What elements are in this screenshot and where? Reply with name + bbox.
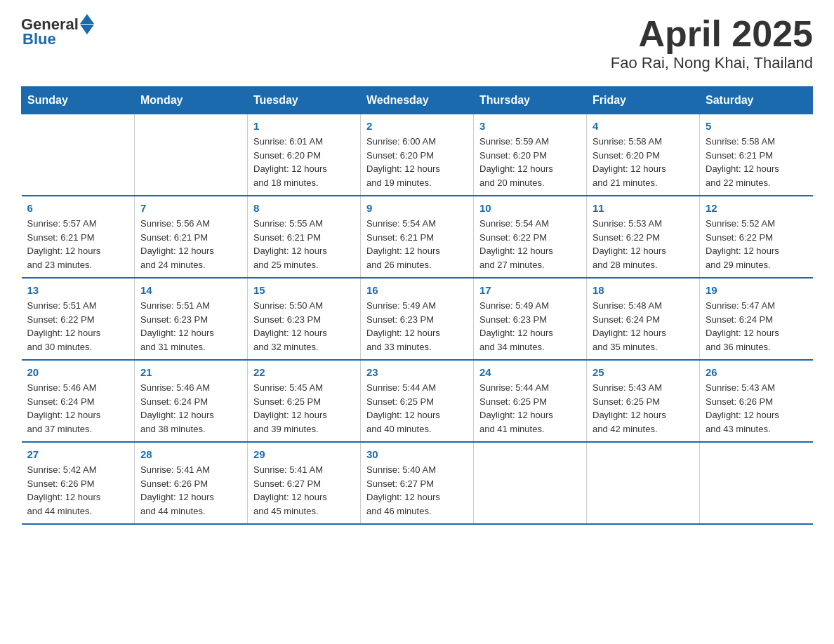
day-info: Sunrise: 5:49 AM Sunset: 6:23 PM Dayligh… [479, 299, 581, 354]
day-info: Sunrise: 5:43 AM Sunset: 6:26 PM Dayligh… [706, 381, 807, 436]
day-number: 16 [366, 284, 468, 296]
day-info: Sunrise: 5:41 AM Sunset: 6:26 PM Dayligh… [140, 463, 241, 518]
day-info: Sunrise: 5:58 AM Sunset: 6:21 PM Dayligh… [706, 135, 807, 189]
calendar-cell: 13Sunrise: 5:51 AM Sunset: 6:22 PM Dayli… [22, 278, 135, 360]
day-info: Sunrise: 6:01 AM Sunset: 6:20 PM Dayligh… [253, 135, 355, 189]
day-number: 11 [593, 202, 694, 214]
day-info: Sunrise: 5:46 AM Sunset: 6:24 PM Dayligh… [27, 381, 129, 436]
page-header: General Blue April 2025 Fao Rai, Nong Kh… [21, 14, 813, 72]
day-info: Sunrise: 6:00 AM Sunset: 6:20 PM Dayligh… [366, 135, 468, 189]
header-monday: Monday [135, 87, 248, 114]
calendar-header-row: SundayMondayTuesdayWednesdayThursdayFrid… [22, 87, 813, 114]
calendar-cell [587, 442, 700, 524]
day-number: 14 [140, 284, 241, 296]
calendar-table: SundayMondayTuesdayWednesdayThursdayFrid… [21, 86, 813, 525]
calendar-cell: 16Sunrise: 5:49 AM Sunset: 6:23 PM Dayli… [361, 278, 474, 360]
day-number: 10 [479, 202, 581, 214]
day-number: 13 [27, 284, 129, 296]
calendar-cell: 27Sunrise: 5:42 AM Sunset: 6:26 PM Dayli… [22, 442, 135, 524]
page-title: April 2025 [611, 14, 813, 54]
day-number: 28 [140, 448, 241, 460]
calendar-cell: 14Sunrise: 5:51 AM Sunset: 6:23 PM Dayli… [135, 278, 248, 360]
day-info: Sunrise: 5:53 AM Sunset: 6:22 PM Dayligh… [593, 217, 694, 271]
day-info: Sunrise: 5:44 AM Sunset: 6:25 PM Dayligh… [479, 381, 581, 436]
calendar-cell: 5Sunrise: 5:58 AM Sunset: 6:21 PM Daylig… [700, 114, 813, 196]
calendar-week-row: 13Sunrise: 5:51 AM Sunset: 6:22 PM Dayli… [22, 278, 813, 360]
day-number: 15 [253, 284, 355, 296]
day-number: 23 [366, 366, 468, 378]
day-number: 22 [253, 366, 355, 378]
day-number: 1 [253, 120, 355, 132]
logo-blue-text: Blue [22, 30, 56, 48]
day-number: 21 [140, 366, 241, 378]
day-info: Sunrise: 5:49 AM Sunset: 6:23 PM Dayligh… [366, 299, 468, 354]
calendar-cell: 10Sunrise: 5:54 AM Sunset: 6:22 PM Dayli… [474, 196, 587, 278]
calendar-week-row: 1Sunrise: 6:01 AM Sunset: 6:20 PM Daylig… [22, 114, 813, 196]
day-info: Sunrise: 5:55 AM Sunset: 6:21 PM Dayligh… [253, 217, 355, 271]
calendar-cell: 22Sunrise: 5:45 AM Sunset: 6:25 PM Dayli… [248, 360, 361, 442]
calendar-cell: 29Sunrise: 5:41 AM Sunset: 6:27 PM Dayli… [248, 442, 361, 524]
day-info: Sunrise: 5:54 AM Sunset: 6:21 PM Dayligh… [366, 217, 468, 271]
header-sunday: Sunday [22, 87, 135, 114]
calendar-cell: 8Sunrise: 5:55 AM Sunset: 6:21 PM Daylig… [248, 196, 361, 278]
day-number: 12 [706, 202, 807, 214]
day-number: 9 [366, 202, 468, 214]
calendar-week-row: 6Sunrise: 5:57 AM Sunset: 6:21 PM Daylig… [22, 196, 813, 278]
calendar-week-row: 20Sunrise: 5:46 AM Sunset: 6:24 PM Dayli… [22, 360, 813, 442]
day-info: Sunrise: 5:50 AM Sunset: 6:23 PM Dayligh… [253, 299, 355, 354]
day-info: Sunrise: 5:43 AM Sunset: 6:25 PM Dayligh… [593, 381, 694, 436]
day-info: Sunrise: 5:44 AM Sunset: 6:25 PM Dayligh… [366, 381, 468, 436]
calendar-cell: 18Sunrise: 5:48 AM Sunset: 6:24 PM Dayli… [587, 278, 700, 360]
calendar-cell: 2Sunrise: 6:00 AM Sunset: 6:20 PM Daylig… [361, 114, 474, 196]
day-info: Sunrise: 5:41 AM Sunset: 6:27 PM Dayligh… [253, 463, 355, 518]
calendar-cell: 9Sunrise: 5:54 AM Sunset: 6:21 PM Daylig… [361, 196, 474, 278]
day-number: 29 [253, 448, 355, 460]
header-thursday: Thursday [474, 87, 587, 114]
page-subtitle: Fao Rai, Nong Khai, Thailand [611, 54, 813, 72]
calendar-cell: 17Sunrise: 5:49 AM Sunset: 6:23 PM Dayli… [474, 278, 587, 360]
day-info: Sunrise: 5:51 AM Sunset: 6:23 PM Dayligh… [140, 299, 241, 354]
calendar-cell: 23Sunrise: 5:44 AM Sunset: 6:25 PM Dayli… [361, 360, 474, 442]
calendar-cell: 11Sunrise: 5:53 AM Sunset: 6:22 PM Dayli… [587, 196, 700, 278]
calendar-cell: 19Sunrise: 5:47 AM Sunset: 6:24 PM Dayli… [700, 278, 813, 360]
calendar-cell: 7Sunrise: 5:56 AM Sunset: 6:21 PM Daylig… [135, 196, 248, 278]
day-number: 8 [253, 202, 355, 214]
title-block: April 2025 Fao Rai, Nong Khai, Thailand [611, 14, 813, 72]
day-info: Sunrise: 5:47 AM Sunset: 6:24 PM Dayligh… [706, 299, 807, 354]
calendar-cell: 3Sunrise: 5:59 AM Sunset: 6:20 PM Daylig… [474, 114, 587, 196]
day-number: 27 [27, 448, 129, 460]
header-saturday: Saturday [700, 87, 813, 114]
logo: General Blue [21, 14, 94, 48]
calendar-cell: 21Sunrise: 5:46 AM Sunset: 6:24 PM Dayli… [135, 360, 248, 442]
day-info: Sunrise: 5:46 AM Sunset: 6:24 PM Dayligh… [140, 381, 241, 436]
calendar-cell: 28Sunrise: 5:41 AM Sunset: 6:26 PM Dayli… [135, 442, 248, 524]
header-wednesday: Wednesday [361, 87, 474, 114]
day-number: 2 [366, 120, 468, 132]
logo-triangle-down [80, 25, 94, 34]
logo-triangle-up [80, 14, 94, 24]
day-number: 19 [706, 284, 807, 296]
day-number: 24 [479, 366, 581, 378]
calendar-cell: 15Sunrise: 5:50 AM Sunset: 6:23 PM Dayli… [248, 278, 361, 360]
calendar-week-row: 27Sunrise: 5:42 AM Sunset: 6:26 PM Dayli… [22, 442, 813, 524]
day-number: 18 [593, 284, 694, 296]
calendar-cell: 26Sunrise: 5:43 AM Sunset: 6:26 PM Dayli… [700, 360, 813, 442]
day-info: Sunrise: 5:59 AM Sunset: 6:20 PM Dayligh… [479, 135, 581, 189]
day-number: 3 [479, 120, 581, 132]
day-number: 7 [140, 202, 241, 214]
calendar-cell: 25Sunrise: 5:43 AM Sunset: 6:25 PM Dayli… [587, 360, 700, 442]
day-number: 25 [593, 366, 694, 378]
logo-block: General Blue [21, 14, 94, 48]
day-number: 5 [706, 120, 807, 132]
calendar-cell: 4Sunrise: 5:58 AM Sunset: 6:20 PM Daylig… [587, 114, 700, 196]
day-info: Sunrise: 5:48 AM Sunset: 6:24 PM Dayligh… [593, 299, 694, 354]
calendar-cell: 12Sunrise: 5:52 AM Sunset: 6:22 PM Dayli… [700, 196, 813, 278]
day-info: Sunrise: 5:54 AM Sunset: 6:22 PM Dayligh… [479, 217, 581, 271]
day-number: 6 [27, 202, 129, 214]
calendar-cell: 24Sunrise: 5:44 AM Sunset: 6:25 PM Dayli… [474, 360, 587, 442]
header-tuesday: Tuesday [248, 87, 361, 114]
calendar-cell [700, 442, 813, 524]
day-info: Sunrise: 5:58 AM Sunset: 6:20 PM Dayligh… [593, 135, 694, 189]
day-number: 4 [593, 120, 694, 132]
calendar-cell: 20Sunrise: 5:46 AM Sunset: 6:24 PM Dayli… [22, 360, 135, 442]
